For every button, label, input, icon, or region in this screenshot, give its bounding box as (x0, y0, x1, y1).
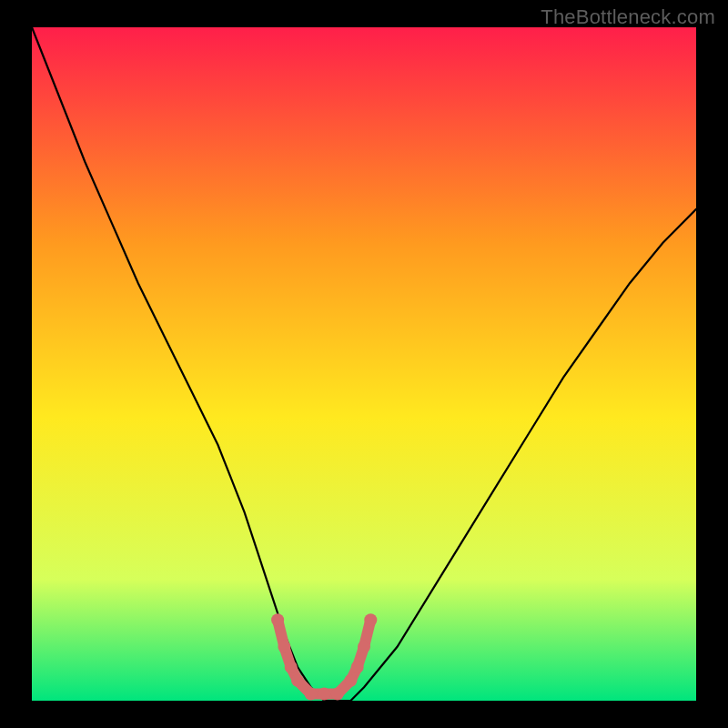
optimal-point (278, 641, 290, 653)
gradient-background (32, 27, 696, 701)
optimal-point (344, 674, 357, 687)
optimal-point (318, 688, 330, 701)
optimal-point (285, 661, 298, 673)
optimal-point (271, 613, 284, 626)
bottleneck-chart (0, 0, 728, 728)
optimal-point (291, 674, 304, 687)
optimal-point (358, 641, 370, 653)
optimal-point (331, 688, 344, 701)
optimal-point (305, 688, 318, 701)
optimal-point (364, 613, 377, 626)
chart-frame: TheBottleneck.com (0, 0, 728, 728)
optimal-point (351, 661, 364, 673)
watermark-text: TheBottleneck.com (541, 5, 715, 29)
